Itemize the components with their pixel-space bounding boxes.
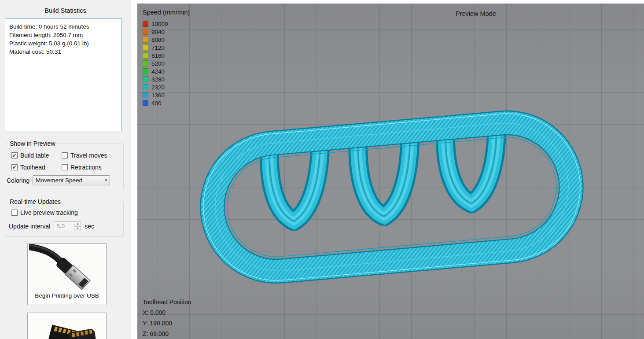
legend-value: 4240: [151, 68, 165, 75]
legend-color-swatch: [143, 92, 148, 98]
speed-legend-title: Speed (mm/min): [143, 9, 190, 16]
legend-color-swatch: [143, 84, 148, 90]
legend-entry: 10000: [143, 20, 190, 28]
checkbox-box[interactable]: [62, 152, 68, 158]
chevron-down-icon[interactable]: ▼: [102, 178, 110, 182]
build-statistic-line: Build time: 0 hours 52 minutes: [9, 22, 118, 31]
sd-cards-photo: [29, 313, 105, 339]
update-interval-spinner[interactable]: 5,0 ▲ ▼: [54, 221, 81, 231]
toolhead-position: Toolhead Position X: 0.000 Y: 190.000 Z:…: [143, 298, 191, 339]
sidebar: Build Statistics Build time: 0 hours 52 …: [0, 0, 131, 339]
printed-model-preview: [137, 4, 644, 339]
update-interval-label: Update interval: [9, 223, 50, 230]
update-interval-value[interactable]: 5,0: [54, 222, 74, 231]
build-statistic-line: Filament length: 2050.7 mm: [9, 31, 118, 39]
legend-value: 8080: [151, 37, 165, 43]
legend-value: 2320: [151, 84, 165, 91]
checkbox-live-preview-tracking[interactable]: Live preview tracking: [11, 209, 78, 216]
speed-legend-entries: 1000090408080712061605200424032802320136…: [143, 20, 190, 107]
checkbox-label: Toolhead: [20, 164, 45, 171]
legend-color-swatch: [143, 76, 148, 82]
spinner-arrows[interactable]: ▲ ▼: [74, 222, 81, 231]
legend-value: 400: [151, 100, 162, 107]
checkbox-checked-icon[interactable]: ✓: [11, 164, 18, 170]
legend-color-swatch: [143, 100, 148, 106]
legend-entry: 400: [143, 99, 190, 107]
spinner-down-icon[interactable]: ▼: [74, 227, 81, 231]
legend-value: 6160: [151, 52, 165, 59]
coloring-label: Coloring: [7, 177, 29, 184]
toolhead-position-title: Toolhead Position: [143, 298, 191, 306]
checkbox-box[interactable]: [11, 210, 18, 216]
legend-color-swatch: [143, 44, 148, 51]
speed-legend: Speed (mm/min) 1000090408080712061605200…: [143, 9, 190, 107]
build-statistics-title: Build Statistics: [0, 7, 131, 14]
build-statistic-line: Plastic weight: 5.03 g (0.01 lb): [9, 39, 118, 48]
legend-entry: 1360: [143, 91, 190, 99]
preview-mode-label: Preview Mode: [456, 10, 496, 17]
sd-card-button[interactable]: [27, 313, 107, 339]
spinner-up-icon[interactable]: ▲: [74, 222, 81, 227]
legend-color-swatch: [143, 21, 148, 27]
legend-entry: 3280: [143, 75, 190, 83]
checkbox-retractions[interactable]: Retractions: [62, 164, 123, 171]
legend-value: 1360: [151, 92, 165, 99]
checkbox-checked-icon[interactable]: ✓: [11, 152, 18, 158]
coloring-dropdown-value: Movement Speed: [36, 177, 82, 184]
show-in-preview-title: Show in Preview: [8, 140, 57, 147]
legend-color-swatch: [143, 68, 148, 74]
legend-value: 5200: [151, 60, 165, 67]
legend-entry: 9040: [143, 28, 190, 36]
realtime-updates-title: Real-time Updates: [8, 198, 63, 205]
build-statistics-text: Build time: 0 hours 52 minutesFilament l…: [5, 18, 122, 131]
preview-checkboxes: ✓Build tableTravel moves✓ToolheadRetract…: [5, 144, 123, 171]
toolhead-x: X: 0.000: [143, 309, 191, 316]
toolhead-y: Y: 190.000: [143, 320, 191, 327]
legend-entry: 8080: [143, 36, 190, 44]
checkbox-label: Build table: [20, 152, 49, 159]
begin-printing-usb-button[interactable]: Begin Printing over USB: [27, 243, 107, 305]
show-in-preview-group: Show in Preview ✓Build tableTravel moves…: [5, 144, 124, 189]
toolhead-z: Z: 63.000: [143, 330, 191, 337]
checkbox-label: Retractions: [70, 164, 102, 171]
legend-entry: 6160: [143, 52, 190, 59]
legend-entry: 7120: [143, 44, 190, 52]
realtime-updates-group: Real-time Updates Live preview tracking …: [5, 202, 124, 237]
usb-cable-photo: [29, 244, 105, 291]
update-interval-unit: sec: [85, 223, 94, 230]
legend-color-swatch: [143, 37, 148, 43]
legend-entry: 4240: [143, 67, 190, 75]
legend-value: 7120: [151, 44, 165, 51]
coloring-dropdown[interactable]: Movement Speed ▼: [33, 175, 110, 185]
legend-value: 10000: [151, 21, 168, 27]
checkbox-travel-moves[interactable]: Travel moves: [62, 152, 123, 159]
legend-color-swatch: [143, 29, 148, 35]
legend-color-swatch: [143, 52, 148, 59]
checkbox-build-table[interactable]: ✓Build table: [11, 152, 62, 159]
legend-value: 3280: [151, 76, 165, 83]
usb-button-label: Begin Printing over USB: [35, 291, 99, 299]
legend-entry: 5200: [143, 59, 190, 67]
legend-color-swatch: [143, 60, 148, 66]
legend-entry: 2320: [143, 83, 190, 91]
checkbox-label: Travel moves: [70, 152, 107, 159]
checkbox-box[interactable]: [62, 164, 68, 170]
legend-value: 9040: [151, 29, 165, 35]
checkbox-toolhead[interactable]: ✓Toolhead: [11, 164, 62, 171]
viewport-canvas[interactable]: Speed (mm/min) 1000090408080712061605200…: [137, 4, 644, 339]
build-statistic-line: Material cost: 50.31: [9, 48, 118, 56]
checkbox-label: Live preview tracking: [20, 209, 78, 216]
